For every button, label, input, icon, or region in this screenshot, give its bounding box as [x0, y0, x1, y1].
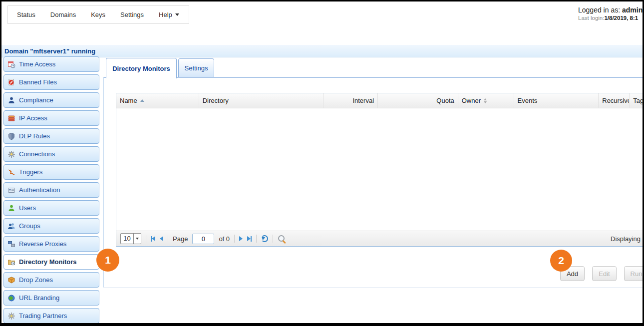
pagination-toolbar: 10 Page of 0 Displaying: [116, 231, 644, 246]
nav-domains[interactable]: Domains: [50, 11, 76, 18]
sidebar-label: Trading Partners: [19, 312, 67, 320]
sidebar-item-dlp-rules[interactable]: DLP Rules: [3, 128, 99, 144]
sidebar-item-directory-monitors[interactable]: Directory Monitors: [3, 254, 99, 270]
sidebar-item-banned-files[interactable]: Banned Files: [3, 74, 99, 90]
next-page-button[interactable]: [239, 236, 243, 241]
sidebar-label: Users: [19, 204, 36, 212]
groups-icon: [7, 222, 15, 230]
column-label: Events: [518, 97, 538, 104]
column-label: Interval: [352, 97, 374, 104]
sidebar-item-authentication[interactable]: Authentication: [3, 182, 99, 198]
sidebar-label: Authentication: [19, 186, 60, 194]
separator: [256, 235, 257, 243]
sidebar-item-ip-access[interactable]: IP Access: [3, 110, 99, 126]
search-icon[interactable]: [278, 235, 286, 243]
separator: [234, 235, 235, 243]
sidebar-label: Triggers: [19, 168, 42, 176]
column-label: Owner: [462, 97, 481, 104]
page-of-label: of 0: [219, 235, 230, 243]
sidebar-item-time-access[interactable]: Time Access: [3, 56, 99, 72]
ip-access-icon: [7, 114, 15, 122]
nav-keys[interactable]: Keys: [91, 11, 105, 18]
sidebar-item-connections[interactable]: Connections: [3, 146, 99, 162]
previous-page-button[interactable]: [160, 236, 163, 241]
chevron-down-icon: [175, 13, 179, 16]
page-label: Page: [173, 235, 188, 243]
tab-directory-monitors[interactable]: Directory Monitors: [106, 58, 177, 78]
column-label: Directory: [203, 97, 229, 104]
sidebar-item-drop-zones[interactable]: Drop Zones: [3, 272, 99, 288]
sidebar-label: Groups: [19, 222, 40, 230]
authentication-icon: [7, 186, 15, 194]
grid-header: Name Directory Interval Quota Owner Even…: [116, 93, 644, 108]
page-number-input[interactable]: [192, 234, 214, 244]
edit-button[interactable]: Edit: [592, 266, 617, 281]
sidebar-label: Drop Zones: [19, 276, 53, 284]
sidebar-item-users[interactable]: Users: [3, 200, 99, 216]
tab-settings[interactable]: Settings: [178, 58, 214, 77]
page-size-value: 10: [121, 234, 133, 244]
sidebar-label: Time Access: [19, 60, 55, 68]
column-header-recursive[interactable]: Recursive: [599, 93, 630, 108]
time-access-icon: [7, 60, 15, 68]
page-size-select[interactable]: 10: [120, 233, 141, 244]
last-page-button[interactable]: [247, 236, 252, 242]
run-button[interactable]: Run: [624, 266, 644, 281]
annotation-step-1-badge: 1: [96, 249, 119, 272]
triggers-icon: [7, 168, 15, 176]
sidebar-item-triggers[interactable]: Triggers: [3, 164, 99, 180]
sidebar-label: URL Branding: [19, 294, 59, 302]
domain-status-bar: Domain "mftserver1" running: [1, 45, 643, 57]
sidebar-label: Directory Monitors: [19, 258, 77, 266]
sidebar-label: Reverse Proxies: [19, 240, 66, 248]
column-header-directory[interactable]: Directory: [199, 93, 324, 108]
tab-label: Directory Monitors: [112, 65, 170, 72]
username: admin: [622, 6, 643, 14]
sidebar-label: Compliance: [19, 96, 53, 104]
chevron-down-icon: [133, 234, 141, 244]
grid-body-empty: [116, 108, 644, 231]
tab-label: Settings: [185, 64, 208, 72]
top-nav: Status Domains Keys Settings Help: [7, 5, 189, 24]
dlp-rules-icon: [7, 132, 15, 140]
connections-icon: [7, 150, 15, 158]
separator: [273, 235, 273, 243]
column-header-owner[interactable]: Owner: [458, 93, 514, 108]
column-label: Recursive: [602, 97, 630, 104]
nav-settings[interactable]: Settings: [120, 11, 144, 18]
trading-partners-icon: [7, 312, 15, 320]
users-icon: [7, 204, 15, 212]
separator: [146, 235, 146, 243]
annotation-step-2-badge: 2: [550, 250, 572, 272]
session-info: Logged in as: admin Last login:1/8/2019,…: [578, 6, 644, 21]
column-header-name[interactable]: Name: [116, 93, 199, 108]
nav-help[interactable]: Help: [159, 11, 179, 18]
column-label: Tags: [633, 97, 644, 104]
column-label: Name: [120, 97, 137, 104]
column-header-events[interactable]: Events: [514, 93, 599, 108]
sort-asc-icon: [140, 99, 144, 102]
sidebar-item-reverse-proxies[interactable]: Reverse Proxies: [3, 236, 99, 252]
sidebar-label: DLP Rules: [19, 132, 50, 140]
first-page-button[interactable]: [151, 236, 155, 242]
displaying-status: Displaying: [611, 231, 641, 247]
logged-in-label: Logged in as:: [578, 6, 620, 14]
url-branding-icon: [7, 294, 15, 302]
column-header-quota[interactable]: Quota: [378, 93, 458, 108]
refresh-icon[interactable]: [261, 235, 268, 242]
separator: [168, 235, 168, 243]
sidebar-label: Banned Files: [19, 78, 57, 86]
column-label: Quota: [436, 97, 454, 104]
logged-in-as: Logged in as: admin: [578, 6, 644, 14]
sidebar-item-url-branding[interactable]: URL Branding: [3, 290, 99, 306]
sidebar-item-groups[interactable]: Groups: [3, 218, 99, 234]
column-header-interval[interactable]: Interval: [323, 93, 378, 108]
drop-zones-icon: [7, 276, 15, 284]
reverse-proxies-icon: [7, 240, 15, 248]
nav-status[interactable]: Status: [17, 11, 35, 18]
sidebar-item-compliance[interactable]: Compliance: [3, 92, 99, 108]
sidebar-item-trading-partners[interactable]: Trading Partners: [3, 308, 99, 324]
nav-help-label: Help: [159, 11, 172, 18]
compliance-icon: [7, 96, 15, 104]
column-header-tags[interactable]: Tags: [630, 93, 644, 108]
